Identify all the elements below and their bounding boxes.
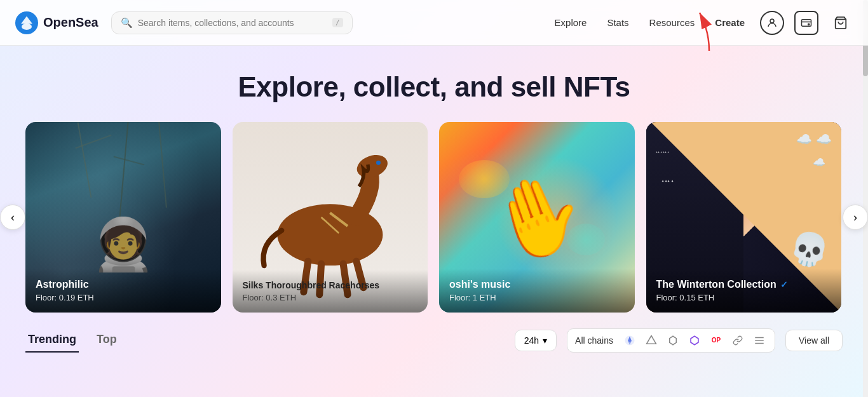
hero-title: Explore, collect, and sell NFTs xyxy=(0,71,868,103)
profile-button[interactable] xyxy=(760,11,784,35)
hero-section: Explore, collect, and sell NFTs xyxy=(0,46,868,122)
view-all-button[interactable]: View all xyxy=(785,330,843,351)
chain-icon-polygon[interactable] xyxy=(687,333,702,348)
wallet-button[interactable] xyxy=(794,11,818,35)
search-bar[interactable]: 🔍 / xyxy=(111,11,353,34)
brand-name: OpenSea xyxy=(43,15,98,30)
card-info-astrophilic: Astrophilic Floor: 0.19 ETH xyxy=(25,269,221,313)
nav-links: Explore Stats Resources Create xyxy=(555,17,745,28)
card-info-silks: Silks Thoroughbred Racehorses Floor: 0.3… xyxy=(233,270,428,313)
tab-top[interactable]: Top xyxy=(94,328,119,353)
filter-row: Trending Top 24h ▾ All chains OP xyxy=(0,328,868,353)
card-name: Astrophilic xyxy=(36,279,211,290)
card-floor: Floor: 0.15 ETH xyxy=(656,293,832,302)
card-name: Silks Thoroughbred Racehorses xyxy=(243,280,418,290)
scrollbar[interactable] xyxy=(863,0,868,397)
svg-point-9 xyxy=(376,161,381,165)
svg-point-1 xyxy=(22,24,32,30)
chain-icon-eth3[interactable] xyxy=(665,333,681,348)
card-info-oshi: oshi's music Floor: 1 ETH xyxy=(439,269,635,313)
card-floor: Floor: 0.19 ETH xyxy=(36,293,211,302)
navbar: OpenSea 🔍 / Explore Stats Resources Crea… xyxy=(0,0,868,46)
chain-filter-label: All chains xyxy=(575,335,613,346)
chain-icon-eth1[interactable] xyxy=(622,333,637,348)
tab-trending[interactable]: Trending xyxy=(25,328,79,353)
verified-badge: ✓ xyxy=(780,279,788,290)
chain-icon-link[interactable] xyxy=(730,333,745,348)
search-icon: 🔍 xyxy=(121,17,133,29)
svg-point-2 xyxy=(770,19,774,23)
nav-create[interactable]: Create xyxy=(715,17,745,28)
carousel-next-button[interactable]: › xyxy=(843,205,868,230)
chain-icon-eth2[interactable] xyxy=(644,333,659,348)
carousel-card-silks[interactable]: Silks Thoroughbred Racehorses Floor: 0.3… xyxy=(233,122,428,313)
logo[interactable]: OpenSea xyxy=(15,11,98,34)
chevron-down-icon: ▾ xyxy=(543,335,547,346)
time-filter-value: 24h xyxy=(524,335,539,346)
svg-rect-3 xyxy=(802,19,811,26)
nav-icons xyxy=(760,11,853,35)
cart-button[interactable] xyxy=(829,11,853,35)
search-input[interactable] xyxy=(138,18,327,28)
search-shortcut: / xyxy=(332,18,343,27)
carousel-card-oshi[interactable]: 🤚 oshi's music Floor: 1 ETH xyxy=(439,122,635,313)
svg-point-8 xyxy=(354,151,391,182)
chain-icon-op[interactable]: OP xyxy=(709,333,724,348)
nav-resources[interactable]: Resources xyxy=(649,17,695,28)
opensea-logo-icon xyxy=(15,11,38,34)
time-filter-dropdown[interactable]: 24h ▾ xyxy=(515,330,557,351)
card-name: The Winterton Collection ✓ xyxy=(656,279,832,290)
nav-explore[interactable]: Explore xyxy=(555,17,587,28)
carousel-track: 🧑‍🚀 Astrophilic Floor: 0.19 ETH xyxy=(25,122,843,313)
carousel-section: ‹ 🧑‍🚀 Astrophilic Floor: 0.19 ETH xyxy=(0,122,868,313)
card-name: oshi's music xyxy=(449,279,625,290)
card-info-winterton: The Winterton Collection ✓ Floor: 0.15 E… xyxy=(646,269,842,313)
carousel-prev-button[interactable]: ‹ xyxy=(0,205,25,230)
nav-stats[interactable]: Stats xyxy=(607,17,628,28)
collection-tabs: Trending Top xyxy=(25,328,135,353)
carousel-card-winterton[interactable]: ✦✦ ✦ ✦✦ ✦ ✦ ✦✦ ✦ 🌕 ☁️ ☁️ ☁️ 💀 The Winter… xyxy=(646,122,842,313)
carousel-card-astrophilic[interactable]: 🧑‍🚀 Astrophilic Floor: 0.19 ETH xyxy=(25,122,221,313)
card-floor: Floor: 1 ETH xyxy=(449,293,625,302)
card-floor: Floor: 0.3 ETH xyxy=(243,293,418,302)
chain-icon-more[interactable] xyxy=(752,333,767,348)
chain-filter-group: All chains OP xyxy=(567,328,775,353)
svg-point-4 xyxy=(808,24,810,25)
